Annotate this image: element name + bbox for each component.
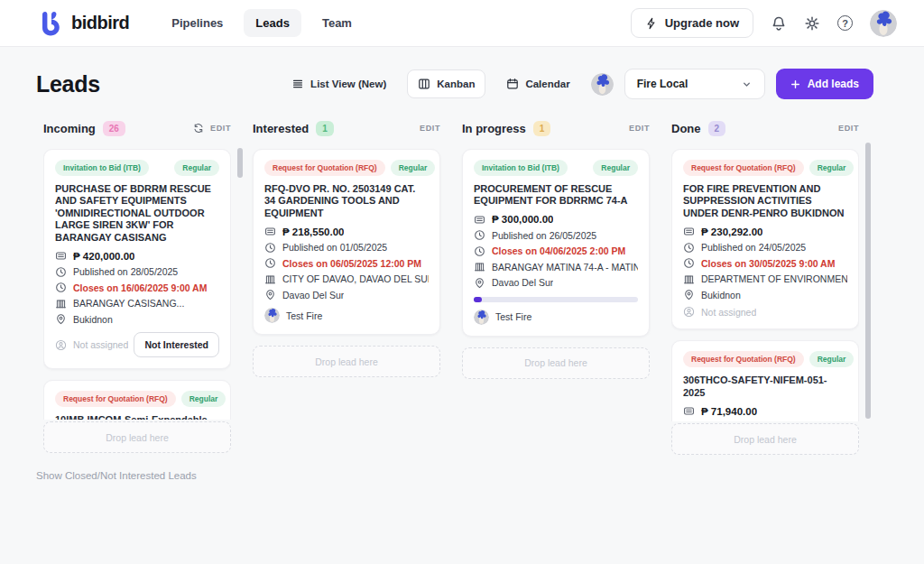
lead-closes: Closes on 30/05/2025 9:00 AM bbox=[701, 258, 835, 269]
settings-gear-icon[interactable] bbox=[804, 15, 820, 32]
refresh-icon[interactable] bbox=[193, 123, 204, 134]
lead-tag-badge: Regular bbox=[174, 160, 219, 176]
drop-lead-zone[interactable]: Drop lead here bbox=[253, 346, 440, 377]
lead-location: Davao Del Sur bbox=[282, 290, 344, 300]
avatar-image bbox=[870, 10, 897, 37]
money-icon bbox=[474, 214, 485, 226]
column-header: In progress 1 EDIT bbox=[462, 117, 650, 139]
lead-card[interactable]: Request for Quotation (RFQ) Regular 306T… bbox=[671, 340, 859, 421]
clock-icon bbox=[264, 242, 276, 254]
user-avatar[interactable] bbox=[870, 10, 897, 37]
person-icon bbox=[55, 339, 67, 351]
column-count-badge: 26 bbox=[103, 121, 125, 136]
column-scrollbar[interactable] bbox=[237, 148, 243, 178]
list-view-button[interactable]: List View (New) bbox=[282, 70, 396, 97]
lead-location: Bukidnon bbox=[73, 314, 113, 325]
lead-org-row: DEPARTMENT OF ENVIRONMENT... bbox=[683, 273, 847, 285]
column-count-badge: 1 bbox=[316, 121, 334, 136]
building-icon bbox=[264, 273, 276, 285]
lead-location-row: Bukidnon bbox=[683, 289, 847, 300]
upgrade-now-button[interactable]: Upgrade now bbox=[631, 8, 753, 38]
drop-lead-zone[interactable]: Drop lead here bbox=[462, 347, 650, 379]
lead-org: DEPARTMENT OF ENVIRONMENT... bbox=[701, 273, 847, 284]
lead-published-row: Published on 26/05/2025 bbox=[474, 229, 638, 241]
lead-org-row: BARANGAY MATINA 74-A - MATINA... bbox=[474, 261, 638, 273]
brand[interactable]: bidbird bbox=[40, 10, 129, 37]
clock-icon bbox=[474, 245, 485, 257]
clock-icon bbox=[474, 229, 485, 241]
column-edit-button[interactable]: EDIT bbox=[838, 124, 859, 133]
lead-published: Published on 24/05/2025 bbox=[701, 242, 806, 253]
kanban-view-button[interactable]: Kanban bbox=[407, 69, 485, 98]
nav-item-pipelines[interactable]: Pipelines bbox=[160, 9, 235, 37]
column-card-list: Invitation to Bid (ITB) Regular PURCHASE… bbox=[43, 149, 231, 420]
lead-closes-row: Closes on 06/05/2025 12:00 PM bbox=[264, 257, 429, 269]
lead-location: Bukidnon bbox=[701, 290, 741, 300]
column-done: Done 2 EDIT Request for Quotation (RFQ) … bbox=[671, 117, 859, 455]
topbar-actions: Upgrade now ? bbox=[631, 8, 897, 38]
column-in-progress: In progress 1 EDIT Invitation to Bid (IT… bbox=[462, 117, 650, 455]
lead-org-row: BARANGAY CASISANG... bbox=[55, 298, 219, 310]
column-count-badge: 2 bbox=[708, 121, 726, 136]
lead-amount: ₱ 218,550.00 bbox=[282, 227, 344, 237]
lead-closes-row: Closes on 30/05/2025 9:00 AM bbox=[683, 257, 847, 269]
column-card-list: Request for Quotation (RFQ) Regular FOR … bbox=[671, 149, 859, 421]
money-icon bbox=[264, 226, 276, 237]
lead-closes: Closes on 16/06/2025 9:00 AM bbox=[73, 282, 207, 293]
drop-lead-zone[interactable]: Drop lead here bbox=[671, 423, 859, 455]
pipeline-filter-select[interactable]: Fire Local bbox=[624, 69, 765, 99]
lead-card[interactable]: Request for Quotation (RFQ) Regular FOR … bbox=[671, 149, 859, 329]
clock-icon bbox=[264, 257, 276, 269]
list-view-label: List View (New) bbox=[310, 79, 386, 89]
lead-assignee-row: Not assigned bbox=[55, 339, 128, 351]
location-pin-icon bbox=[474, 277, 485, 289]
lead-title: FOR FIRE PREVENTION AND SUPPRESSION ACTI… bbox=[683, 183, 847, 219]
calendar-view-button[interactable]: Calendar bbox=[496, 70, 579, 97]
column-count-badge: 1 bbox=[533, 121, 551, 136]
help-glyph: ? bbox=[842, 18, 848, 29]
drop-lead-zone[interactable]: Drop lead here bbox=[43, 421, 231, 453]
show-closed-leads-toggle[interactable]: Show Closed/Not Interested Leads bbox=[36, 470, 197, 481]
list-icon bbox=[291, 78, 304, 90]
column-edit-button[interactable]: EDIT bbox=[420, 124, 440, 133]
money-icon bbox=[683, 226, 695, 237]
lead-card[interactable]: Request for Quotation (RFQ) Regular 10IM… bbox=[43, 380, 231, 420]
kanban-icon bbox=[418, 78, 430, 90]
lead-amount-row: ₱ 420,000.00 bbox=[55, 250, 219, 262]
lead-amount: ₱ 300,000.00 bbox=[492, 214, 553, 225]
lead-type-badge: Request for Quotation (RFQ) bbox=[683, 351, 804, 367]
lead-assignee-chip: Test Fire bbox=[264, 308, 429, 323]
lead-title: 10IMB,IMCOM-Semi-Expendable DRR Equipmen… bbox=[55, 414, 219, 420]
kanban-board: Incoming 26 EDIT Invitation to Bid (ITB)… bbox=[0, 114, 924, 455]
column-scrollbar[interactable] bbox=[865, 143, 871, 419]
lead-assignee-row: Not assigned bbox=[683, 306, 847, 318]
assignee-avatar bbox=[264, 308, 280, 323]
help-icon[interactable]: ? bbox=[837, 15, 853, 31]
lead-type-badge: Request for Quotation (RFQ) bbox=[264, 160, 385, 176]
column-edit-button[interactable]: EDIT bbox=[210, 124, 231, 133]
lead-type-badge: Invitation to Bid (ITB) bbox=[474, 160, 568, 176]
lead-amount-row: ₱ 218,550.00 bbox=[264, 226, 429, 237]
add-leads-button[interactable]: Add leads bbox=[776, 69, 873, 99]
lead-org-row: CITY OF DAVAO, DAVAO DEL SUR bbox=[264, 273, 429, 285]
lead-type-badge: Request for Quotation (RFQ) bbox=[55, 391, 176, 407]
lead-tag-badge: Regular bbox=[593, 160, 638, 176]
column-edit-button[interactable]: EDIT bbox=[629, 124, 650, 133]
filter-owner-avatar[interactable] bbox=[591, 73, 614, 96]
lead-card[interactable]: Invitation to Bid (ITB) Regular PURCHASE… bbox=[43, 149, 231, 369]
nav-item-team[interactable]: Team bbox=[310, 9, 364, 37]
lead-amount: ₱ 71,940.00 bbox=[701, 406, 757, 417]
lead-closes: Closes on 04/06/2025 2:00 PM bbox=[492, 245, 625, 256]
lead-card[interactable]: Invitation to Bid (ITB) Regular PROCUREM… bbox=[462, 149, 650, 337]
nav-item-leads[interactable]: Leads bbox=[244, 9, 301, 37]
lead-location-row: Davao Del Sur bbox=[474, 277, 638, 289]
lead-card[interactable]: Request for Quotation (RFQ) Regular RFQ-… bbox=[253, 149, 440, 335]
lead-org: BARANGAY CASISANG... bbox=[73, 298, 184, 309]
chevron-down-icon bbox=[741, 79, 753, 90]
lead-published-row: Published on 01/05/2025 bbox=[264, 242, 429, 254]
lead-type-badge: Request for Quotation (RFQ) bbox=[683, 160, 804, 176]
main-nav: Pipelines Leads Team bbox=[160, 9, 364, 37]
not-interested-button[interactable]: Not Interested bbox=[134, 332, 219, 357]
notifications-bell-icon[interactable] bbox=[771, 15, 787, 32]
lead-assignee: Not assigned bbox=[73, 339, 128, 350]
